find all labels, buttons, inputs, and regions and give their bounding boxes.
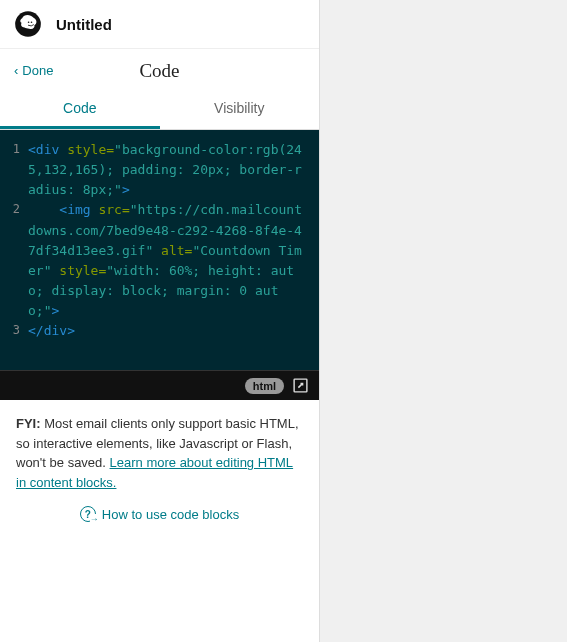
done-button[interactable]: ‹ Done — [14, 63, 53, 78]
fyi-notice: FYI: Most email clients only support bas… — [0, 400, 319, 500]
tab-visibility[interactable]: Visibility — [160, 88, 320, 129]
fullscreen-icon[interactable] — [292, 377, 309, 394]
code-line: 1<div style="background-color:rgb(245,13… — [4, 140, 309, 200]
howto-label: How to use code blocks — [102, 507, 239, 522]
howto-row: ? How to use code blocks — [0, 500, 319, 536]
app-header: Untitled — [0, 0, 319, 49]
howto-link[interactable]: ? How to use code blocks — [80, 506, 239, 522]
tabs: Code Visibility — [0, 88, 319, 130]
svg-point-1 — [31, 21, 33, 23]
code-editor[interactable]: 1<div style="background-color:rgb(245,13… — [0, 130, 319, 370]
editor-panel: Untitled ‹ Done Code Code Visibility 1<d… — [0, 0, 320, 642]
line-number: 2 — [4, 200, 20, 219]
line-number: 1 — [4, 140, 20, 159]
panel-subheader: ‹ Done Code — [0, 63, 319, 88]
document-title[interactable]: Untitled — [56, 16, 112, 33]
tab-code[interactable]: Code — [0, 88, 160, 129]
help-arrow-icon: ? — [80, 506, 96, 522]
line-content: <div style="background-color:rgb(245,132… — [28, 140, 309, 200]
preview-panel — [320, 0, 567, 642]
chevron-left-icon: ‹ — [14, 64, 18, 77]
fyi-label: FYI: — [16, 416, 41, 431]
done-label: Done — [22, 63, 53, 78]
line-number: 3 — [4, 321, 20, 340]
panel-title: Code — [139, 60, 179, 82]
code-line: 3</div> — [4, 321, 309, 341]
code-footer: html — [0, 370, 319, 400]
html-badge: html — [245, 378, 284, 394]
code-line: 2 <img src="https://cdn.mailcountdowns.c… — [4, 200, 309, 321]
line-content: </div> — [28, 321, 309, 341]
line-content: <img src="https://cdn.mailcountdowns.com… — [28, 200, 309, 321]
svg-point-2 — [28, 21, 30, 23]
mailchimp-logo-icon — [14, 10, 42, 38]
